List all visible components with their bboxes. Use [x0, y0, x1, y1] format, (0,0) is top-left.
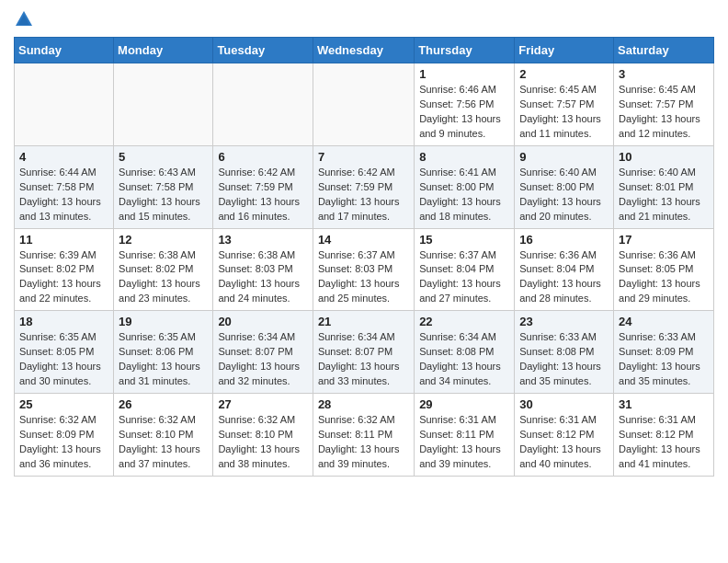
day-info: Sunrise: 6:32 AMSunset: 8:10 PMDaylight:…	[119, 413, 208, 472]
day-number: 10	[619, 150, 709, 164]
day-number: 21	[318, 315, 409, 328]
day-number: 11	[19, 233, 108, 247]
table-row: 3Sunrise: 6:45 AMSunset: 7:57 PMDaylight…	[614, 63, 714, 146]
day-number: 4	[19, 150, 108, 164]
day-info: Sunrise: 6:38 AMSunset: 8:02 PMDaylight:…	[119, 248, 208, 307]
day-number: 30	[519, 397, 609, 411]
table-row: 2Sunrise: 6:45 AMSunset: 7:57 PMDaylight…	[515, 63, 614, 146]
table-row: 24Sunrise: 6:33 AMSunset: 8:09 PMDayligh…	[614, 311, 714, 394]
weekday-header-wednesday: Wednesday	[313, 38, 414, 63]
weekday-header-row: SundayMondayTuesdayWednesdayThursdayFrid…	[15, 38, 714, 63]
day-info: Sunrise: 6:37 AMSunset: 8:04 PMDaylight:…	[419, 248, 509, 307]
weekday-header-monday: Monday	[114, 38, 213, 63]
table-row: 11Sunrise: 6:39 AMSunset: 8:02 PMDayligh…	[15, 228, 114, 311]
day-info: Sunrise: 6:36 AMSunset: 8:05 PMDaylight:…	[619, 248, 709, 307]
table-row: 22Sunrise: 6:34 AMSunset: 8:08 PMDayligh…	[415, 311, 515, 394]
day-number: 1	[419, 67, 509, 81]
table-row: 31Sunrise: 6:31 AMSunset: 8:12 PMDayligh…	[614, 394, 714, 477]
table-row: 19Sunrise: 6:35 AMSunset: 8:06 PMDayligh…	[114, 311, 213, 394]
table-row	[15, 63, 114, 146]
table-row: 6Sunrise: 6:42 AMSunset: 7:59 PMDaylight…	[213, 145, 313, 228]
logo-icon	[14, 9, 34, 29]
day-info: Sunrise: 6:38 AMSunset: 8:03 PMDaylight:…	[218, 248, 308, 307]
day-number: 12	[119, 233, 208, 247]
day-number: 27	[218, 397, 308, 411]
day-info: Sunrise: 6:34 AMSunset: 8:07 PMDaylight:…	[218, 330, 308, 389]
table-row: 20Sunrise: 6:34 AMSunset: 8:07 PMDayligh…	[213, 311, 313, 394]
day-info: Sunrise: 6:45 AMSunset: 7:57 PMDaylight:…	[519, 83, 609, 142]
table-row: 8Sunrise: 6:41 AMSunset: 8:00 PMDaylight…	[415, 145, 515, 228]
day-info: Sunrise: 6:33 AMSunset: 8:09 PMDaylight:…	[619, 330, 709, 389]
calendar-week-row: 25Sunrise: 6:32 AMSunset: 8:09 PMDayligh…	[15, 394, 714, 477]
table-row: 13Sunrise: 6:38 AMSunset: 8:03 PMDayligh…	[213, 228, 313, 311]
table-row: 12Sunrise: 6:38 AMSunset: 8:02 PMDayligh…	[114, 228, 213, 311]
page: SundayMondayTuesdayWednesdayThursdayFrid…	[0, 0, 728, 486]
day-number: 16	[519, 233, 609, 247]
table-row: 9Sunrise: 6:40 AMSunset: 8:00 PMDaylight…	[515, 145, 614, 228]
day-number: 23	[519, 315, 609, 328]
day-info: Sunrise: 6:44 AMSunset: 7:58 PMDaylight:…	[19, 166, 108, 224]
day-number: 8	[419, 150, 509, 164]
day-number: 6	[218, 150, 308, 164]
day-info: Sunrise: 6:41 AMSunset: 8:00 PMDaylight:…	[419, 166, 509, 224]
day-number: 26	[119, 397, 208, 411]
day-number: 14	[318, 233, 409, 247]
day-info: Sunrise: 6:43 AMSunset: 7:58 PMDaylight:…	[119, 166, 208, 224]
table-row: 26Sunrise: 6:32 AMSunset: 8:10 PMDayligh…	[114, 394, 213, 477]
day-info: Sunrise: 6:32 AMSunset: 8:11 PMDaylight:…	[318, 413, 409, 472]
header	[14, 9, 714, 29]
day-info: Sunrise: 6:42 AMSunset: 7:59 PMDaylight:…	[218, 166, 308, 224]
day-info: Sunrise: 6:34 AMSunset: 8:08 PMDaylight:…	[419, 330, 509, 389]
day-info: Sunrise: 6:34 AMSunset: 8:07 PMDaylight:…	[318, 330, 409, 389]
day-number: 17	[619, 233, 709, 247]
table-row: 5Sunrise: 6:43 AMSunset: 7:58 PMDaylight…	[114, 145, 213, 228]
day-info: Sunrise: 6:39 AMSunset: 8:02 PMDaylight:…	[19, 248, 108, 307]
day-number: 25	[19, 397, 108, 411]
table-row: 10Sunrise: 6:40 AMSunset: 8:01 PMDayligh…	[614, 145, 714, 228]
calendar: SundayMondayTuesdayWednesdayThursdayFrid…	[14, 37, 714, 477]
day-number: 3	[619, 67, 709, 81]
table-row	[114, 63, 213, 146]
day-info: Sunrise: 6:32 AMSunset: 8:10 PMDaylight:…	[218, 413, 308, 472]
day-number: 18	[19, 315, 108, 328]
day-info: Sunrise: 6:36 AMSunset: 8:04 PMDaylight:…	[519, 248, 609, 307]
day-info: Sunrise: 6:46 AMSunset: 7:56 PMDaylight:…	[419, 83, 509, 142]
weekday-header-thursday: Thursday	[415, 38, 515, 63]
table-row: 23Sunrise: 6:33 AMSunset: 8:08 PMDayligh…	[515, 311, 614, 394]
weekday-header-sunday: Sunday	[15, 38, 114, 63]
table-row: 1Sunrise: 6:46 AMSunset: 7:56 PMDaylight…	[415, 63, 515, 146]
day-info: Sunrise: 6:31 AMSunset: 8:11 PMDaylight:…	[419, 413, 509, 472]
day-info: Sunrise: 6:45 AMSunset: 7:57 PMDaylight:…	[619, 83, 709, 142]
logo	[14, 9, 38, 29]
day-info: Sunrise: 6:40 AMSunset: 8:00 PMDaylight:…	[519, 166, 609, 224]
table-row: 30Sunrise: 6:31 AMSunset: 8:12 PMDayligh…	[515, 394, 614, 477]
day-number: 2	[519, 67, 609, 81]
table-row: 17Sunrise: 6:36 AMSunset: 8:05 PMDayligh…	[614, 228, 714, 311]
day-number: 29	[419, 397, 509, 411]
day-number: 9	[519, 150, 609, 164]
day-info: Sunrise: 6:42 AMSunset: 7:59 PMDaylight:…	[318, 166, 409, 224]
day-number: 15	[419, 233, 509, 247]
table-row: 15Sunrise: 6:37 AMSunset: 8:04 PMDayligh…	[415, 228, 515, 311]
table-row: 27Sunrise: 6:32 AMSunset: 8:10 PMDayligh…	[213, 394, 313, 477]
table-row	[313, 63, 414, 146]
day-number: 5	[119, 150, 208, 164]
table-row	[213, 63, 313, 146]
day-number: 28	[318, 397, 409, 411]
table-row: 18Sunrise: 6:35 AMSunset: 8:05 PMDayligh…	[15, 311, 114, 394]
table-row: 16Sunrise: 6:36 AMSunset: 8:04 PMDayligh…	[515, 228, 614, 311]
day-number: 31	[619, 397, 709, 411]
day-number: 20	[218, 315, 308, 328]
calendar-week-row: 1Sunrise: 6:46 AMSunset: 7:56 PMDaylight…	[15, 63, 714, 146]
day-number: 24	[619, 315, 709, 328]
day-info: Sunrise: 6:33 AMSunset: 8:08 PMDaylight:…	[519, 330, 609, 389]
day-info: Sunrise: 6:31 AMSunset: 8:12 PMDaylight:…	[619, 413, 709, 472]
day-info: Sunrise: 6:31 AMSunset: 8:12 PMDaylight:…	[519, 413, 609, 472]
day-info: Sunrise: 6:32 AMSunset: 8:09 PMDaylight:…	[19, 413, 108, 472]
day-number: 7	[318, 150, 409, 164]
weekday-header-tuesday: Tuesday	[213, 38, 313, 63]
table-row: 7Sunrise: 6:42 AMSunset: 7:59 PMDaylight…	[313, 145, 414, 228]
table-row: 29Sunrise: 6:31 AMSunset: 8:11 PMDayligh…	[415, 394, 515, 477]
table-row: 21Sunrise: 6:34 AMSunset: 8:07 PMDayligh…	[313, 311, 414, 394]
calendar-week-row: 18Sunrise: 6:35 AMSunset: 8:05 PMDayligh…	[15, 311, 714, 394]
